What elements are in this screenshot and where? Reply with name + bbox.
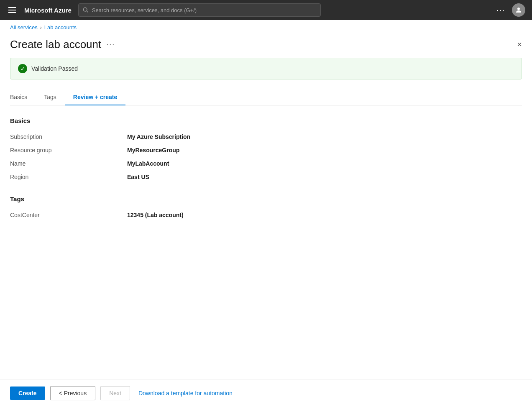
next-button: Next xyxy=(100,386,130,400)
topnav: Microsoft Azure ··· xyxy=(0,0,532,20)
azure-brand: Microsoft Azure xyxy=(24,7,72,14)
field-value-resource-group: MyResourceGroup xyxy=(127,147,179,154)
basics-section-title: Basics xyxy=(10,117,522,124)
previous-button[interactable]: < Previous xyxy=(50,386,96,400)
field-label-resource-group: Resource group xyxy=(10,147,127,154)
svg-point-2 xyxy=(517,8,520,10)
breadcrumb: All services › Lab accounts xyxy=(0,20,532,35)
tab-review-create[interactable]: Review + create xyxy=(65,90,125,105)
tab-basics[interactable]: Basics xyxy=(10,90,36,105)
hamburger-menu[interactable] xyxy=(7,5,18,15)
validation-banner: ✓ Validation Passed xyxy=(10,58,522,79)
field-value-subscription: My Azure Subscription xyxy=(127,133,190,140)
validation-check-icon: ✓ xyxy=(18,64,27,73)
create-button[interactable]: Create xyxy=(10,387,45,400)
svg-line-1 xyxy=(87,11,88,12)
tags-section-title: Tags xyxy=(10,195,522,202)
tags-section: Tags CostCenter 12345 (Lab account) xyxy=(10,195,522,222)
validation-text: Validation Passed xyxy=(31,65,78,72)
breadcrumb-sep-1: › xyxy=(40,25,42,31)
basics-section: Basics Subscription My Azure Subscriptio… xyxy=(10,117,522,184)
search-box[interactable] xyxy=(78,3,321,17)
topnav-dots-menu[interactable]: ··· xyxy=(496,6,505,15)
field-value-name: MyLabAccount xyxy=(127,160,169,167)
tab-tags[interactable]: Tags xyxy=(36,90,65,105)
breadcrumb-all-services[interactable]: All services xyxy=(10,24,38,31)
field-row-costcenter: CostCenter 12345 (Lab account) xyxy=(10,208,522,222)
page-header-left: Create lab account ··· xyxy=(10,38,115,51)
page-header-dots-menu[interactable]: ··· xyxy=(106,40,115,49)
content-area: ✓ Validation Passed Basics Tags Review +… xyxy=(0,58,532,379)
search-icon xyxy=(83,7,89,13)
breadcrumb-lab-accounts[interactable]: Lab accounts xyxy=(44,24,77,31)
field-row-subscription: Subscription My Azure Subscription xyxy=(10,130,522,143)
field-value-region: East US xyxy=(127,174,149,180)
field-label-costcenter: CostCenter xyxy=(10,212,127,218)
user-avatar[interactable] xyxy=(512,3,525,17)
footer: Create < Previous Next Download a templa… xyxy=(0,379,532,407)
field-label-subscription: Subscription xyxy=(10,133,127,140)
page-header: Create lab account ··· × xyxy=(0,35,532,58)
field-value-costcenter: 12345 (Lab account) xyxy=(127,212,184,218)
close-icon[interactable]: × xyxy=(517,40,522,49)
field-row-resource-group: Resource group MyResourceGroup xyxy=(10,143,522,157)
tabs: Basics Tags Review + create xyxy=(10,90,522,105)
search-input[interactable] xyxy=(92,7,316,13)
field-label-region: Region xyxy=(10,174,127,180)
field-row-region: Region East US xyxy=(10,170,522,184)
field-label-name: Name xyxy=(10,160,127,167)
automation-template-link[interactable]: Download a template for automation xyxy=(138,390,233,397)
field-row-name: Name MyLabAccount xyxy=(10,157,522,170)
topnav-right: ··· xyxy=(496,3,525,17)
page-title: Create lab account xyxy=(10,38,101,51)
